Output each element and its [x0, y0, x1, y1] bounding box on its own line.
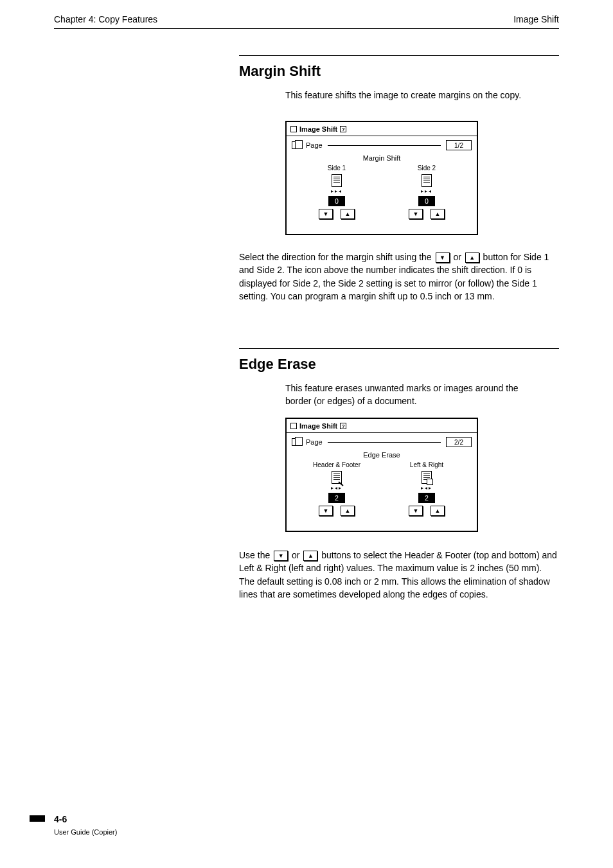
side2-label: Side 2 — [418, 164, 436, 172]
section1-rule — [239, 55, 559, 56]
side2-up-button[interactable]: ▲ — [431, 209, 445, 219]
side1-down-button[interactable]: ▼ — [319, 209, 333, 219]
panel-inner: Page 2/2 Edge Erase Header & Footer ▸◂▸ … — [287, 433, 477, 520]
inline-down-button[interactable]: ▼ — [274, 551, 288, 561]
panel-title: Image Shift — [299, 125, 337, 133]
panel-inner: Page 1/2 Margin Shift Side 1 ▸▸◂ 0 ▼ ▲ S… — [287, 136, 477, 223]
columns: Header & Footer ▸◂▸ 2 ▼ ▲ Left & Right ▸… — [292, 461, 472, 516]
row-rule — [328, 442, 441, 443]
header-left: Chapter 4: Copy Features — [54, 14, 157, 24]
section2-rule — [239, 348, 559, 349]
col-side1: Side 1 ▸▸◂ 0 ▼ ▲ — [308, 164, 366, 219]
side1-value: 0 — [328, 196, 345, 206]
section2-intro: This feature erases unwanted marks or im… — [285, 382, 540, 408]
header-footer-label: Header & Footer — [313, 461, 360, 468]
page-number: 4-6 — [54, 814, 67, 824]
side2-value: 0 — [418, 196, 435, 206]
col-left-right: Left & Right ▸◂▸ 2 ▼ ▲ — [398, 461, 456, 516]
page-label: User Guide (Copier) — [54, 828, 117, 836]
panel-titlebar: Image Shift ? — [287, 122, 477, 136]
document-icon — [332, 174, 342, 187]
panel-main-label: Edge Erase — [292, 451, 472, 459]
page-indicator: 1/2 — [446, 140, 472, 150]
page-label: Page — [306, 141, 323, 149]
window-close-icon — [290, 126, 297, 132]
top-rule — [54, 28, 559, 29]
page-row: Page 1/2 — [292, 140, 472, 150]
panel-main-label: Margin Shift — [292, 154, 472, 162]
left-right-value: 2 — [418, 493, 435, 503]
left-down-button[interactable]: ▼ — [409, 506, 423, 516]
header-down-button[interactable]: ▼ — [319, 506, 333, 516]
section1-intro: This feature shifts the image to create … — [285, 89, 540, 102]
document-border-icon — [422, 471, 432, 484]
left-right-label: Left & Right — [410, 461, 443, 468]
book-icon — [292, 141, 301, 149]
page-indicator: 2/2 — [446, 437, 472, 447]
window-close-icon — [290, 423, 297, 429]
book-icon — [292, 438, 301, 446]
columns: Side 1 ▸▸◂ 0 ▼ ▲ Side 2 ▸▸◂ 0 ▼ ▲ — [292, 164, 472, 219]
left-up-button[interactable]: ▲ — [431, 506, 445, 516]
page-side-bar — [30, 815, 45, 822]
col-header-footer: Header & Footer ▸◂▸ 2 ▼ ▲ — [308, 461, 366, 516]
section2-body: Use the ▼ or ▲ buttons to select the Hea… — [239, 549, 559, 601]
inline-up-button[interactable]: ▲ — [303, 551, 317, 561]
window-help-icon: ? — [340, 126, 346, 132]
shift-arrows-icon: ▸◂▸ — [331, 486, 342, 490]
header-up-button[interactable]: ▲ — [341, 506, 355, 516]
header-right: Image Shift — [513, 14, 559, 24]
shift-arrows-icon: ▸▸◂ — [331, 190, 342, 193]
col-side2: Side 2 ▸▸◂ 0 ▼ ▲ — [398, 164, 456, 219]
side2-down-button[interactable]: ▼ — [409, 209, 423, 219]
page-row: Page 2/2 — [292, 437, 472, 447]
edge-erase-panel: Image Shift ? Page 2/2 Edge Erase Header… — [285, 418, 478, 532]
row-rule — [328, 145, 441, 146]
section1-body: Select the direction for the margin shif… — [239, 251, 559, 303]
panel-titlebar: Image Shift ? — [287, 419, 477, 433]
side1-label: Side 1 — [328, 164, 346, 172]
window-help-icon: ? — [340, 423, 346, 429]
inline-down-button[interactable]: ▼ — [436, 252, 450, 263]
document-edit-icon — [332, 471, 342, 484]
panel-title: Image Shift — [299, 422, 337, 430]
shift-arrows-icon: ▸◂▸ — [421, 486, 432, 490]
shift-arrows-icon: ▸▸◂ — [421, 190, 432, 193]
header-footer-value: 2 — [328, 493, 345, 503]
page-label: Page — [306, 438, 323, 446]
inline-up-button[interactable]: ▲ — [465, 252, 479, 263]
section2-title: Edge Erase — [239, 356, 316, 373]
section1-title: Margin Shift — [239, 63, 321, 80]
margin-shift-panel: Image Shift ? Page 1/2 Margin Shift Side… — [285, 121, 478, 235]
side1-up-button[interactable]: ▲ — [341, 209, 355, 219]
document-icon — [422, 174, 432, 187]
